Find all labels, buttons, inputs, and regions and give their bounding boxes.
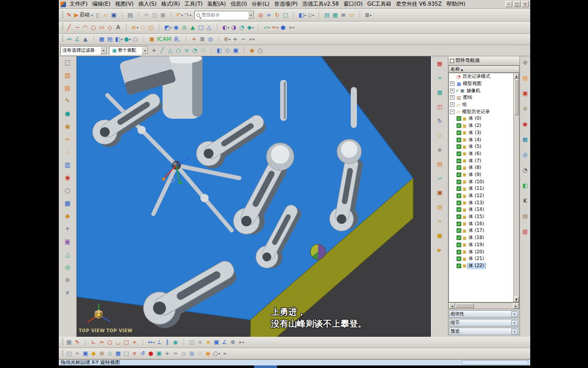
separator[interactable]: │ xyxy=(180,337,188,347)
separator[interactable]: │ xyxy=(183,34,190,44)
selection-filter-dropdown[interactable]: 没有选择过滤器 ▾ xyxy=(60,46,107,55)
minimize-button[interactable]: ─ xyxy=(505,1,512,7)
zoom-plus-icon[interactable]: + xyxy=(63,225,72,233)
datum-grid-icon[interactable]: ▦ xyxy=(435,59,444,68)
menu-item[interactable]: 视图(V) xyxy=(113,0,135,8)
tree-horizontal-scrollbar[interactable]: ◄ ► xyxy=(448,302,519,309)
rotate-view-icon[interactable]: ↻ xyxy=(274,10,281,20)
expander-icon[interactable]: − xyxy=(450,110,455,114)
sphere-tool-icon[interactable]: ● xyxy=(280,23,287,32)
menu-item[interactable]: 浩强工具v2.58 xyxy=(300,0,341,8)
plane-icon[interactable]: ▱ xyxy=(435,174,444,182)
separator[interactable]: │ xyxy=(167,10,175,20)
window-icon[interactable]: ◰ xyxy=(65,349,73,358)
tree-item[interactable]: + ✔ ▣ 摄像机 xyxy=(449,87,519,94)
zoom-in-icon[interactable]: + xyxy=(232,34,239,44)
checkbox-icon[interactable]: ✓ xyxy=(457,165,461,170)
profile-icon[interactable]: ╱ xyxy=(65,23,73,32)
trim-icon[interactable]: × xyxy=(196,337,204,347)
save-icon[interactable]: ▣ xyxy=(110,10,118,20)
package-icon[interactable]: ▣ xyxy=(63,237,72,246)
checkbox-icon[interactable]: ✓ xyxy=(457,243,461,247)
tree-item-body[interactable]: ✓ ▣ 体 (12) xyxy=(449,192,519,200)
toolbar-grip[interactable] xyxy=(62,338,63,346)
cam-grid-icon[interactable]: ▦ xyxy=(521,135,530,143)
checkbox-icon[interactable]: ✓ xyxy=(457,214,461,219)
checkbox-icon[interactable]: ✓ xyxy=(457,138,461,142)
arc-icon[interactable]: ◡ xyxy=(115,337,122,347)
sketch-grid-icon[interactable]: ▦ xyxy=(65,337,73,347)
search-input[interactable] xyxy=(201,12,247,17)
dropdown-arrow[interactable]: ▾ xyxy=(100,47,107,54)
tangent-icon[interactable]: ◉ xyxy=(172,337,179,347)
separator[interactable]: │ xyxy=(215,34,223,44)
tree-item-body[interactable]: ✓ ▣ 体 (14) xyxy=(449,206,519,213)
orange-dot-icon[interactable]: ◉ xyxy=(205,349,212,358)
select-rect-icon[interactable]: □ xyxy=(63,58,72,67)
separator[interactable]: │ xyxy=(155,23,163,32)
separator[interactable]: │ xyxy=(356,10,364,20)
more-icon[interactable]: »▾ xyxy=(237,337,245,347)
parallel-icon[interactable]: ∥ xyxy=(164,337,171,347)
tree-item-body[interactable]: ✓ ▣ 体 (17) xyxy=(449,227,519,234)
sheet-grid-icon[interactable]: ▤ xyxy=(435,160,444,168)
navigator-title-bar[interactable]: 部件导航器 xyxy=(448,56,519,66)
navigator-section[interactable]: 预览 ▾ xyxy=(449,328,519,335)
sweep-icon[interactable]: ≈▾ xyxy=(271,23,279,32)
menu-item[interactable]: 分析(L) xyxy=(250,0,272,8)
navigator-section[interactable]: 细节 ▾ xyxy=(449,319,519,327)
pan-icon[interactable]: + xyxy=(265,10,273,20)
tree-item-body[interactable]: ✓ ▣ 体 (10) xyxy=(449,178,519,185)
wave2-icon[interactable]: ≈ xyxy=(172,349,179,358)
tree-vertical-scrollbar[interactable]: ▲ ▼ xyxy=(513,73,519,302)
menu-item[interactable]: 首选项(P) xyxy=(272,0,300,8)
visibility-icon[interactable]: ◎ xyxy=(207,34,215,44)
navigator-section[interactable]: 相依性 ▾ xyxy=(449,310,519,318)
icam-label[interactable]: ICAM xyxy=(156,34,172,44)
dots-grid-icon[interactable]: ∷ xyxy=(196,349,204,358)
view-top-icon[interactable]: ▤ xyxy=(106,34,114,44)
tree-item-body[interactable]: ✓ ▣ 体 (15) xyxy=(449,213,519,221)
select-edge-icon[interactable]: ◇ xyxy=(224,46,232,55)
menu-item[interactable]: 文件(F) xyxy=(67,0,89,8)
wireframe-mode-icon[interactable]: ○ xyxy=(132,34,140,44)
layer-settings-icon[interactable]: ≣ xyxy=(199,34,207,44)
offset-icon[interactable]: ≡▾ xyxy=(131,23,139,32)
shaded-mode-icon[interactable]: ●▾ xyxy=(123,34,131,44)
extrude-icon[interactable]: ◩▾ xyxy=(164,23,172,32)
layers-icon[interactable]: ▤ xyxy=(323,10,331,20)
cut-icon[interactable]: ✂ xyxy=(143,10,150,20)
finish-sketch-icon[interactable]: ✎ xyxy=(74,337,81,347)
tree-item[interactable]: + ▦ 模型视图 xyxy=(449,80,519,88)
snap-intersect-icon[interactable]: × xyxy=(183,46,191,55)
menu-item[interactable]: 格式(R) xyxy=(159,0,182,8)
datum-plane-icon[interactable]: ▱▾ xyxy=(263,23,270,32)
paste-icon[interactable]: ▣ xyxy=(159,10,167,20)
section-chevron-icon[interactable]: ▾ xyxy=(511,311,517,317)
copy-icon[interactable]: ◫ xyxy=(151,10,159,20)
diamond-fill-icon[interactable]: ◆ xyxy=(435,145,444,154)
blue-chip-icon[interactable]: ▣ xyxy=(82,349,89,358)
teal-chip-icon[interactable]: ▣ xyxy=(155,349,163,358)
separator[interactable]: │ xyxy=(139,337,147,347)
separator[interactable]: │ xyxy=(208,46,215,55)
new-file-icon[interactable]: ▯ xyxy=(94,10,101,20)
snap-mid-icon[interactable]: △ xyxy=(167,46,174,55)
search-red-icon[interactable]: ◉ xyxy=(63,174,72,182)
grid-blue-icon[interactable]: ▦ xyxy=(63,199,72,207)
view-front-icon[interactable]: ▦ xyxy=(98,34,106,44)
separator[interactable]: │ xyxy=(214,23,221,32)
checkbox-icon[interactable]: ✓ xyxy=(457,201,461,205)
checkbox-icon[interactable]: ✓ xyxy=(457,228,461,233)
mesh-icon[interactable]: ▦ xyxy=(435,88,444,96)
move-icon[interactable]: + xyxy=(74,349,81,358)
arc-icon[interactable]: ◠ xyxy=(82,23,89,32)
tree-item-body[interactable]: ✓ ▣ 体 (13) xyxy=(449,199,519,206)
edit-params-icon[interactable]: ✎ xyxy=(63,97,72,105)
globe-icon[interactable]: ◎ xyxy=(63,263,72,271)
separator[interactable]: │ xyxy=(240,46,248,55)
menu-icon[interactable]: ≣▾ xyxy=(364,10,372,20)
toolbar-grip[interactable] xyxy=(62,11,63,19)
globe-icon[interactable]: ◎ xyxy=(521,150,530,159)
scroll-left-icon[interactable]: ◄ xyxy=(449,303,455,309)
